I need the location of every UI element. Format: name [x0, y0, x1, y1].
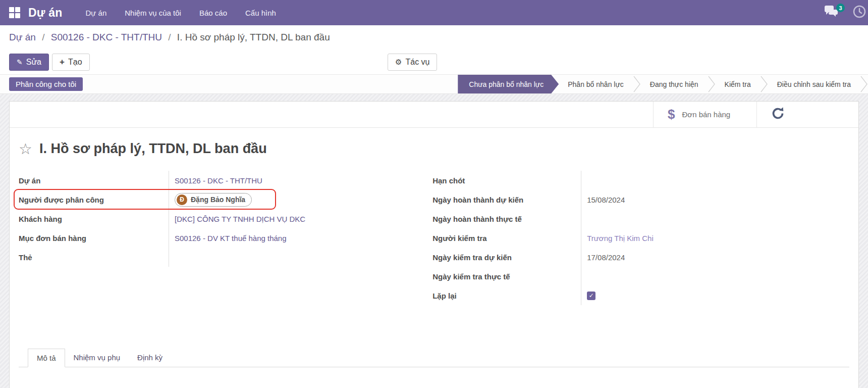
field-row-assignee: Người được phân công Đ Đặng Bảo Nghĩa [19, 190, 419, 209]
deadline-label: Hạn chót [432, 176, 581, 185]
task-title-row: ☆ I. Hồ sơ pháp lý, TTDN, DL ban đầu [19, 141, 849, 157]
plus-icon: + [60, 57, 65, 67]
breadcrumb-project-link[interactable]: S00126 - DKC - THT/THU [51, 32, 162, 42]
messages-button[interactable]: 3 [817, 0, 846, 25]
field-row-project: Dự án S00126 - DKC - THT/THU [19, 171, 419, 190]
stage-phan-bo-nhan-luc[interactable]: Phân bổ nhân lực [559, 75, 633, 93]
create-button[interactable]: + Tạo [52, 54, 90, 71]
field-row-recurring: Lặp lại ✓ [432, 286, 849, 305]
create-button-label: Tạo [68, 58, 82, 67]
planned-review-value: 17/08/2024 [587, 253, 625, 262]
field-group-left: Dự án S00126 - DKC - THT/THU Người được … [19, 171, 419, 305]
tab-description[interactable]: Mô tả [28, 349, 65, 367]
field-row-deadline: Hạn chót [432, 171, 849, 190]
assignee-tag[interactable]: Đ Đặng Bảo Nghĩa [175, 193, 252, 207]
recurring-label: Lặp lại [432, 292, 581, 300]
breadcrumb-projects-link[interactable]: Dự án [9, 32, 36, 42]
breadcrumb-current: I. Hồ sơ pháp lý, TTDN, DL ban đầu [177, 32, 330, 42]
top-navbar: Dự án Dự án Nhiệm vụ của tôi Báo cáo Cấu… [0, 0, 868, 25]
task-title: I. Hồ sơ pháp lý, TTDN, DL ban đầu [39, 141, 267, 157]
activities-button[interactable] [846, 0, 868, 25]
deadline-value-empty[interactable] [581, 171, 849, 190]
stage-chevron-icon [860, 75, 868, 93]
field-groups: Dự án S00126 - DKC - THT/THU Người được … [19, 171, 849, 305]
clock-icon [853, 5, 866, 20]
field-row-actual-review-date: Ngày kiểm tra thực tế [432, 267, 849, 286]
edit-button-label: Sửa [26, 58, 41, 67]
main-menu: Dự án Nhiệm vụ của tôi Báo cáo Cấu hình [77, 0, 285, 25]
action-buttons-row: ✎ Sửa + Tạo ⚙ Tác vụ [0, 50, 868, 75]
field-row-planned-finish-date: Ngày hoàn thành dự kiến 15/08/2024 [432, 190, 849, 209]
project-value-link[interactable]: S00126 - DKC - THT/THU [175, 176, 262, 185]
button-box: $ Đơn bán hàng [10, 102, 858, 128]
notebook-tabs: Mô tả Nhiệm vụ phụ Định kỳ [19, 349, 849, 367]
breadcrumb-separator: / [168, 32, 171, 42]
stage-kiem-tra[interactable]: Kiểm tra [716, 75, 760, 93]
favorite-star-icon[interactable]: ☆ [19, 141, 32, 157]
actual-finish-label: Ngày hoàn thành thực tế [432, 215, 581, 223]
refresh-icon [771, 107, 785, 122]
menu-item-nhiem-vu-cua-toi[interactable]: Nhiệm vụ của tôi [116, 0, 190, 25]
assignee-avatar: Đ [177, 195, 187, 205]
sale-order-stat-button[interactable]: $ Đơn bán hàng [653, 102, 756, 127]
tags-label: Thẻ [19, 253, 169, 262]
assignee-label: Người được phân công [19, 196, 169, 204]
sale-order-item-value-link[interactable]: S00126 - DV KT thuế hàng tháng [175, 234, 287, 243]
edit-button[interactable]: ✎ Sửa [9, 54, 49, 71]
planned-finish-label: Ngày hoàn thành dự kiến [432, 196, 581, 204]
reviewer-label: Người kiểm tra [432, 234, 581, 243]
stage-dang-thuc-hien[interactable]: Đang thực hiện [641, 75, 708, 93]
tags-value-empty[interactable] [169, 248, 419, 267]
form-sheet: ☆ I. Hồ sơ pháp lý, TTDN, DL ban đầu Dự … [10, 128, 858, 367]
reviewer-value-link[interactable]: Trương Thị Kim Chi [587, 234, 654, 243]
recurring-checkbox-checked[interactable]: ✓ [587, 292, 595, 300]
apps-grid-icon[interactable] [9, 7, 20, 18]
action-menu-button[interactable]: ⚙ Tác vụ [388, 54, 437, 71]
sale-order-item-label: Mục đơn bán hàng [19, 234, 169, 243]
screen: Dự án Dự án Nhiệm vụ của tôi Báo cáo Cấu… [0, 0, 868, 388]
control-panel: Dự án / S00126 - DKC - THT/THU / I. Hồ s… [0, 25, 868, 50]
customer-value-link[interactable]: [DKC] CÔNG TY TNHH DỊCH VỤ DKC [175, 215, 305, 223]
stage-chua-phan-bo-nhan-luc[interactable]: Chưa phân bổ nhân lực [458, 75, 559, 93]
actual-finish-value-empty[interactable] [581, 209, 849, 228]
menu-item-bao-cao[interactable]: Báo cáo [190, 0, 236, 25]
tab-recurrence[interactable]: Định kỳ [129, 349, 171, 367]
field-row-sale-order-item: Mục đơn bán hàng S00126 - DV KT thuế hàn… [19, 228, 419, 248]
field-row-tags: Thẻ [19, 248, 419, 267]
pencil-icon: ✎ [17, 58, 23, 66]
field-group-right: Hạn chót Ngày hoàn thành dự kiến 15/08/2… [432, 171, 849, 305]
stage-chevron-icon [633, 75, 641, 93]
recurrence-button[interactable] [756, 102, 858, 127]
field-row-customer: Khách hàng [DKC] CÔNG TY TNHH DỊCH VỤ DK… [19, 209, 419, 228]
field-row-actual-finish-date: Ngày hoàn thành thực tế [432, 209, 849, 228]
customer-label: Khách hàng [19, 215, 169, 223]
menu-item-du-an[interactable]: Dự án [77, 0, 116, 25]
tab-subtasks[interactable]: Nhiệm vụ phụ [65, 349, 129, 367]
navbar-right: 3 [817, 0, 868, 25]
planned-finish-value: 15/08/2024 [587, 196, 625, 204]
actual-review-label: Ngày kiểm tra thực tế [432, 272, 581, 281]
field-row-reviewer: Người kiểm tra Trương Thị Kim Chi [432, 228, 849, 248]
gear-icon: ⚙ [395, 58, 402, 67]
actual-review-value-empty[interactable] [581, 267, 849, 286]
dollar-icon: $ [668, 107, 675, 122]
app-brand[interactable]: Dự án [28, 6, 63, 20]
breadcrumb-separator: / [42, 32, 44, 42]
menu-item-cau-hinh[interactable]: Cấu hình [236, 0, 285, 25]
message-count-badge: 3 [836, 4, 845, 12]
assignee-name: Đặng Bảo Nghĩa [191, 196, 245, 204]
planned-review-label: Ngày kiểm tra dự kiến [432, 253, 581, 262]
stage-dieu-chinh-sau-kiem-tra[interactable]: Điều chỉnh sau kiểm tra [768, 75, 860, 93]
action-menu-label: Tác vụ [405, 58, 429, 67]
stage-chevron-icon [760, 75, 768, 93]
project-label: Dự án [19, 176, 169, 185]
filter-facet-assigned-to-me[interactable]: Phân công cho tôi [9, 77, 83, 91]
statusbar: Chưa phân bổ nhân lực Phân bổ nhân lực Đ… [458, 75, 868, 93]
sale-order-stat-label: Đơn bán hàng [682, 110, 730, 119]
filter-statusbar-row: Phân công cho tôi Chưa phân bổ nhân lực … [0, 75, 868, 94]
breadcrumb: Dự án / S00126 - DKC - THT/THU / I. Hồ s… [9, 32, 330, 43]
stage-chevron-icon [708, 75, 716, 93]
task-form-card: $ Đơn bán hàng ☆ I. Hồ sơ pháp lý, TTDN,… [9, 101, 859, 388]
field-row-planned-review-date: Ngày kiểm tra dự kiến 17/08/2024 [432, 248, 849, 267]
